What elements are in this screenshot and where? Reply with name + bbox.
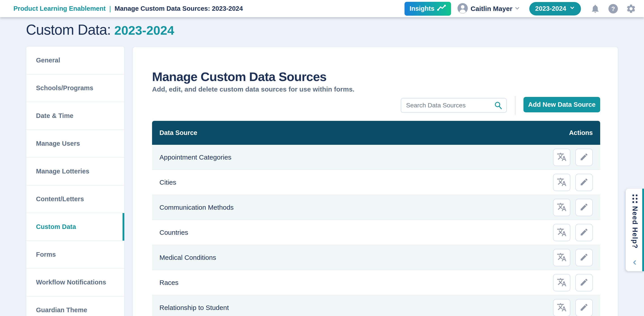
translate-button[interactable] xyxy=(553,274,570,291)
sidebar-item-label: Content/Letters xyxy=(36,195,84,203)
translate-button[interactable] xyxy=(553,149,570,166)
sidebar-item-guardian-theme[interactable]: Guardian Theme xyxy=(26,296,124,316)
sidebar-item-forms[interactable]: Forms xyxy=(26,241,124,268)
translate-button[interactable] xyxy=(553,174,570,191)
data-source-name: Communication Methods xyxy=(160,204,234,211)
chevron-left-icon[interactable] xyxy=(632,259,638,267)
edit-button[interactable] xyxy=(575,224,593,241)
translate-icon xyxy=(557,227,567,238)
row-actions xyxy=(553,274,593,291)
sidebar-item-label: Forms xyxy=(36,251,56,258)
edit-button[interactable] xyxy=(575,249,593,266)
page-title-year: 2023-2024 xyxy=(114,23,174,38)
main-card: Manage Custom Data Sources Add, edit, an… xyxy=(132,47,618,316)
sidebar-item-label: Manage Users xyxy=(36,140,80,147)
table-row: Countries xyxy=(152,220,600,245)
help-circle-icon[interactable]: ? xyxy=(608,3,618,14)
search-box xyxy=(401,98,507,113)
year-selector-value: 2023-2024 xyxy=(535,5,566,12)
insights-button[interactable]: Insights xyxy=(404,2,451,16)
bell-icon[interactable] xyxy=(590,3,600,14)
avatar xyxy=(457,3,468,15)
search-icon[interactable] xyxy=(494,101,503,110)
translate-button[interactable] xyxy=(553,199,570,216)
sidebar-item-content-letters[interactable]: Content/Letters xyxy=(26,185,124,213)
section-subheading: Add, edit, and delete custom data source… xyxy=(152,86,354,93)
edit-button[interactable] xyxy=(575,149,593,166)
sidebar-item-manage-lotteries[interactable]: Manage Lotteries xyxy=(26,157,124,185)
sidebar-item-custom-data[interactable]: Custom Data xyxy=(26,213,124,241)
chevron-down-icon xyxy=(514,5,520,12)
add-new-data-source-button[interactable]: Add New Data Source xyxy=(524,97,600,112)
row-actions xyxy=(553,249,593,266)
translate-icon xyxy=(557,302,567,313)
page-title: Custom Data: 2023-2024 xyxy=(26,22,174,38)
year-selector[interactable]: 2023-2024 xyxy=(529,2,581,16)
trend-icon xyxy=(437,5,446,13)
table-row: Communication Methods xyxy=(152,195,600,220)
sidebar-item-workflow-notifications[interactable]: Workflow Notifications xyxy=(26,268,124,296)
translate-icon xyxy=(557,277,567,288)
page-title-prefix: Custom Data: xyxy=(26,22,111,38)
svg-text:?: ? xyxy=(611,5,615,12)
sidebar-item-label: Workflow Notifications xyxy=(36,279,106,286)
top-bar: Product Learning Enablement | Manage Cus… xyxy=(0,0,644,17)
data-source-name: Relationship to Student xyxy=(160,304,229,311)
edit-pencil-icon xyxy=(580,228,588,237)
gear-icon[interactable] xyxy=(626,3,636,14)
table-row: Races xyxy=(152,270,600,295)
row-actions xyxy=(553,299,593,316)
table-row: Cities xyxy=(152,170,600,195)
sidebar-item-label: Date & Time xyxy=(36,112,73,120)
chevron-down-icon xyxy=(569,5,575,12)
table-row: Appointment Categories xyxy=(152,145,600,170)
sidebar-item-label: Custom Data xyxy=(36,223,76,230)
table-row: Relationship to Student xyxy=(152,295,600,316)
data-source-name: Appointment Categories xyxy=(160,154,232,161)
translate-icon xyxy=(557,252,567,263)
data-source-name: Countries xyxy=(160,229,188,236)
data-sources-table: Data Source Actions Appointment Categori… xyxy=(152,121,600,316)
data-source-name: Medical Conditions xyxy=(160,254,216,261)
brand-link[interactable]: Product Learning Enablement xyxy=(14,5,106,12)
sidebar-item-manage-users[interactable]: Manage Users xyxy=(26,130,124,158)
edit-button[interactable] xyxy=(575,299,593,316)
data-source-name: Races xyxy=(160,279,178,286)
breadcrumb-separator: | xyxy=(109,5,111,13)
edit-button[interactable] xyxy=(575,199,593,216)
edit-button[interactable] xyxy=(575,274,593,291)
translate-icon xyxy=(557,152,567,162)
translate-icon xyxy=(557,177,567,188)
search-input[interactable] xyxy=(401,98,507,113)
need-help-tab[interactable]: Need Help? xyxy=(626,189,644,271)
sidebar-item-general[interactable]: General xyxy=(26,46,124,74)
user-menu[interactable]: Caitlin Mayer xyxy=(457,3,520,15)
edit-pencil-icon xyxy=(580,253,588,262)
sidebar-item-label: Manage Lotteries xyxy=(36,168,90,175)
sidebar-item-label: Guardian Theme xyxy=(36,306,87,314)
column-header-data-source: Data Source xyxy=(160,129,197,137)
translate-button[interactable] xyxy=(553,299,570,316)
row-actions xyxy=(553,174,593,191)
sidebar-item-label: General xyxy=(36,57,60,64)
edit-pencil-icon xyxy=(580,303,588,312)
translate-button[interactable] xyxy=(553,224,570,241)
column-header-actions: Actions xyxy=(569,129,593,137)
edit-pencil-icon xyxy=(580,177,588,187)
help-tab-accent-stripe xyxy=(642,189,644,271)
table-header: Data Source Actions xyxy=(152,121,600,145)
user-name: Caitlin Mayer xyxy=(471,5,512,13)
edit-pencil-icon xyxy=(580,152,588,162)
drag-handle-icon xyxy=(632,194,638,203)
sidebar-item-label: Schools/Programs xyxy=(36,84,93,92)
row-actions xyxy=(553,149,593,166)
translate-icon xyxy=(557,202,567,213)
section-heading: Manage Custom Data Sources xyxy=(152,69,326,84)
sidebar-item-schools-programs[interactable]: Schools/Programs xyxy=(26,74,124,102)
edit-button[interactable] xyxy=(575,174,593,191)
translate-button[interactable] xyxy=(553,249,570,266)
edit-pencil-icon xyxy=(580,278,588,287)
sidebar-item-date-time[interactable]: Date & Time xyxy=(26,102,124,130)
data-source-name: Cities xyxy=(160,179,176,186)
row-actions xyxy=(553,199,593,216)
